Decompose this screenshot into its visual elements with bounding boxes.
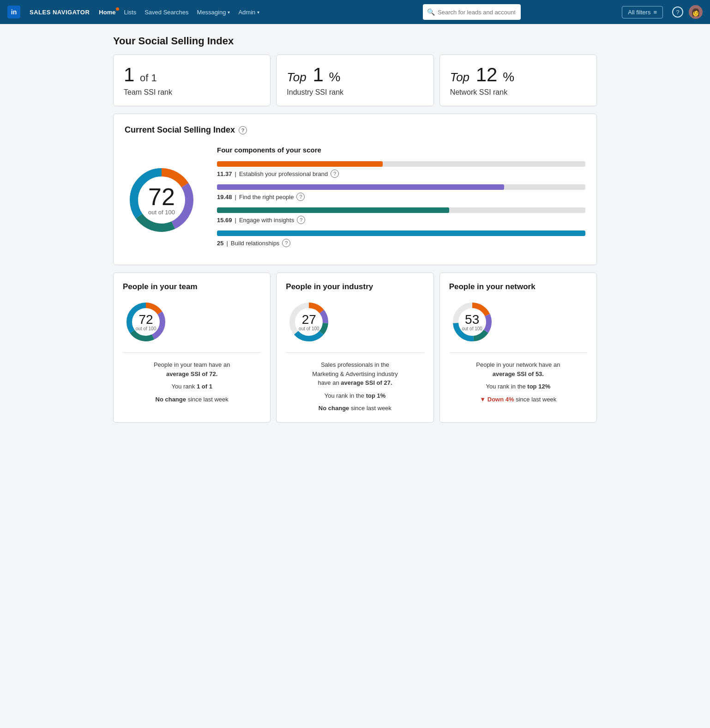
industry-mini-score: 27 xyxy=(299,313,319,326)
team-mini-donut: 72 out of 100 xyxy=(123,299,169,345)
logo-text: in xyxy=(11,8,17,16)
linkedin-logo[interactable]: in xyxy=(7,6,20,18)
network-rank-number: Top 12 % xyxy=(450,64,586,85)
industry-rank-number: Top 1 % xyxy=(287,64,423,85)
team-rank-label: Team SSI rank xyxy=(124,88,260,97)
relationships-help-icon[interactable]: ? xyxy=(282,239,290,247)
search-wrap: 🔍 xyxy=(423,4,618,20)
network-mini-score-sub: out of 100 xyxy=(462,326,482,331)
navbar: in SALES NAVIGATOR Home Lists Saved Sear… xyxy=(0,0,710,24)
ssi-help-icon[interactable]: ? xyxy=(239,126,247,134)
people-score: 19.48 xyxy=(217,194,232,200)
avatar[interactable]: 👩 xyxy=(689,5,703,19)
donut-score-sub: out of 100 xyxy=(148,208,175,215)
people-team-card: People in your team 72 out of 100 xyxy=(113,273,271,423)
brand-label: Establish your professional brand xyxy=(239,170,328,177)
nav-links: Home Lists Saved Searches Messaging ▾ Ad… xyxy=(99,9,414,16)
industry-ssi-rank-card: Top 1 % Industry SSI rank xyxy=(276,55,433,106)
ssi-components: Four components of your score 11.37 | Es… xyxy=(217,146,585,254)
relationships-bar-bg xyxy=(217,231,585,236)
brand-score: 11.37 xyxy=(217,170,232,177)
notification-dot xyxy=(116,7,119,11)
search-icon: 🔍 xyxy=(427,8,435,16)
people-network-card: People in your network 53 out of 100 xyxy=(439,273,597,423)
main-donut: 72 out of 100 xyxy=(125,163,199,237)
industry-mini-score-wrap: 27 out of 100 xyxy=(299,313,319,331)
people-network-top: 53 out of 100 xyxy=(449,299,587,353)
people-bar-bg xyxy=(217,184,585,190)
people-label: Find the right people xyxy=(239,194,294,200)
donut-center: 72 out of 100 xyxy=(125,163,199,237)
help-button[interactable]: ? xyxy=(672,6,683,18)
insights-score: 15.69 xyxy=(217,217,232,224)
people-help-icon[interactable]: ? xyxy=(296,193,305,201)
industry-change-text: No change xyxy=(319,405,349,412)
nav-icons: ? 👩 xyxy=(672,5,703,19)
people-industry-top: 27 out of 100 xyxy=(286,299,424,353)
team-mini-score: 72 xyxy=(136,313,156,326)
component-relationships: 25 | Build relationships ? xyxy=(217,231,585,247)
people-team-title: People in your team xyxy=(123,282,261,291)
people-bar xyxy=(217,184,504,190)
insights-label: Engage with insights xyxy=(239,217,294,224)
industry-mini-score-sub: out of 100 xyxy=(299,326,319,331)
people-industry-card: People in your industry 27 out of 100 xyxy=(276,273,433,423)
network-ssi-rank-card: Top 12 % Network SSI rank xyxy=(439,55,597,106)
ssi-card-title: Current Social Selling Index ? xyxy=(125,125,585,135)
people-team-desc: People in your team have an average SSI … xyxy=(123,360,261,404)
nav-link-home[interactable]: Home xyxy=(99,9,115,16)
admin-dropdown-arrow: ▾ xyxy=(257,10,259,15)
component-brand: 11.37 | Establish your professional bran… xyxy=(217,161,585,178)
team-change-text: No change xyxy=(156,396,186,403)
component-people: 19.48 | Find the right people ? xyxy=(217,184,585,201)
network-mini-score: 53 xyxy=(462,313,482,326)
nav-link-saved-searches[interactable]: Saved Searches xyxy=(144,9,188,16)
nav-search-area: 🔍 All filters ≡ xyxy=(423,4,663,20)
nav-link-messaging[interactable]: Messaging ▾ xyxy=(197,9,230,16)
relationships-bar xyxy=(217,231,585,236)
avatar-image: 👩 xyxy=(691,8,700,17)
down-arrow-icon: ▼ xyxy=(480,396,486,403)
team-ssi-rank-card: 1 of 1 Team SSI rank xyxy=(113,55,271,106)
people-industry-desc: Sales professionals in the Marketing & A… xyxy=(286,360,424,413)
network-rank-label: Network SSI rank xyxy=(450,88,586,97)
brand-bar-bg xyxy=(217,161,585,167)
filters-icon: ≡ xyxy=(653,9,657,16)
team-rank-number: 1 of 1 xyxy=(124,64,260,85)
network-mini-donut: 53 out of 100 xyxy=(449,299,495,345)
team-mini-score-sub: out of 100 xyxy=(136,326,156,331)
people-network-desc: People in your network have an average S… xyxy=(449,360,587,404)
ssi-content: 72 out of 100 Four components of your sc… xyxy=(125,146,585,254)
insights-bar xyxy=(217,207,449,213)
network-mini-score-wrap: 53 out of 100 xyxy=(462,313,482,331)
network-change-text: ▼ Down 4% xyxy=(480,396,516,403)
team-mini-score-wrap: 72 out of 100 xyxy=(136,313,156,331)
search-input[interactable] xyxy=(423,4,521,20)
help-circle-icon: ? xyxy=(672,6,683,18)
messaging-dropdown-arrow: ▾ xyxy=(228,10,230,15)
donut-score-wrap: 72 out of 100 xyxy=(148,184,175,215)
people-team-top: 72 out of 100 xyxy=(123,299,261,353)
insights-bar-bg xyxy=(217,207,585,213)
industry-rank-label: Industry SSI rank xyxy=(287,88,423,97)
components-title: Four components of your score xyxy=(217,146,585,154)
brand-help-icon[interactable]: ? xyxy=(331,170,339,178)
relationships-label: Build relationships xyxy=(231,240,280,247)
industry-mini-donut: 27 out of 100 xyxy=(286,299,332,345)
component-insights: 15.69 | Engage with insights ? xyxy=(217,207,585,224)
ssi-card: Current Social Selling Index ? xyxy=(113,114,597,265)
people-cards: People in your team 72 out of 100 xyxy=(113,273,597,423)
relationships-score: 25 xyxy=(217,240,223,247)
people-industry-title: People in your industry xyxy=(286,282,424,291)
rank-cards: 1 of 1 Team SSI rank Top 1 % Industry SS… xyxy=(113,55,597,106)
insights-help-icon[interactable]: ? xyxy=(297,216,305,224)
people-network-title: People in your network xyxy=(449,282,587,291)
brand-name: SALES NAVIGATOR xyxy=(30,9,90,16)
all-filters-button[interactable]: All filters ≡ xyxy=(622,6,663,18)
donut-score: 72 xyxy=(148,184,175,208)
nav-link-lists[interactable]: Lists xyxy=(124,9,136,16)
brand-bar xyxy=(217,161,383,167)
page-title: Your Social Selling Index xyxy=(113,35,597,47)
main-content: Your Social Selling Index 1 of 1 Team SS… xyxy=(106,24,604,434)
nav-link-admin[interactable]: Admin ▾ xyxy=(238,9,259,16)
